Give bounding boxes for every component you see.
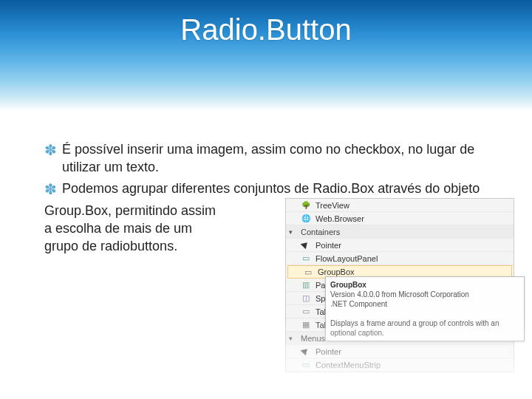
globe-icon: [301, 214, 311, 224]
toolbox-item-treeview[interactable]: TreeView: [286, 199, 514, 212]
toolbox-item-label: Pointer: [316, 347, 341, 356]
chevron-down-icon: ▾: [289, 335, 296, 342]
chevron-down-icon: ▾: [289, 228, 296, 236]
toolbox-item-pointer[interactable]: Pointer: [286, 239, 514, 252]
groupbox-icon: [303, 267, 313, 277]
menu-icon: [301, 360, 311, 370]
toolbox-group-label: Containers: [301, 228, 340, 236]
toolbox-item-label: Web.Browser: [316, 214, 364, 223]
flowlayout-icon: [301, 253, 311, 264]
panel-icon: [301, 280, 311, 290]
pointer-icon: [301, 240, 311, 250]
tree-icon: [301, 200, 311, 211]
toolbox-item-webbrowser[interactable]: Web.Browser: [286, 212, 514, 225]
tooltip-line: Displays a frame around a group of contr…: [330, 318, 519, 338]
toolbox-item-label: ContextMenuStrip: [316, 361, 381, 369]
toolbox-item-label: FlowLayoutPanel: [316, 254, 378, 263]
splitcontainer-icon: [301, 293, 311, 304]
bullet-star-icon: ✽: [44, 180, 62, 199]
tooltip-line: .NET Component: [330, 299, 519, 309]
pointer-icon: [301, 347, 311, 357]
toolbox-item-contextmenustrip[interactable]: ContextMenuStrip: [286, 358, 514, 372]
bullet-item: ✽ É possível inserir uma imagem, assim c…: [44, 140, 488, 177]
bullet-star-icon: ✽: [44, 140, 62, 177]
bullet-text: Podemos agrupar diferentes conjuntos de …: [62, 180, 488, 199]
bullet-text: É possível inserir uma imagem, assim com…: [62, 140, 488, 177]
toolbox-group-containers[interactable]: ▾ Containers: [286, 225, 514, 239]
bullet-item: ✽ Podemos agrupar diferentes conjuntos d…: [44, 180, 488, 199]
toolbox-item-pointer[interactable]: Pointer: [286, 345, 514, 358]
tabcontrol-icon: [301, 307, 311, 317]
tooltip-line: Version 4.0.0.0 from Microsoft Corporati…: [330, 290, 519, 299]
tablelayout-icon: [301, 320, 311, 330]
toolbox-item-label: TreeView: [316, 201, 349, 210]
slide-header: Radio.Button: [0, 0, 532, 111]
toolbox-item-label: Pointer: [316, 241, 341, 250]
tooltip-groupbox: GroupBox Version 4.0.0.0 from Microsoft …: [325, 276, 525, 341]
toolbox-item-label: GroupBox: [318, 267, 355, 276]
toolbox-item-flowlayoutpanel[interactable]: FlowLayoutPanel: [286, 252, 514, 265]
slide-title: Radio.Button: [180, 13, 351, 47]
tooltip-title: GroupBox: [330, 280, 519, 290]
